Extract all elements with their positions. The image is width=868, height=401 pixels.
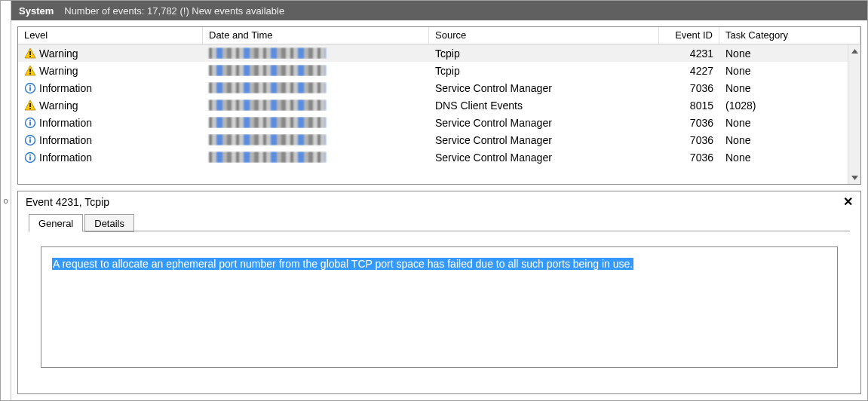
table-row[interactable]: InformationService Control Manager7036No… bbox=[18, 131, 848, 148]
warning-icon bbox=[24, 65, 36, 77]
svg-rect-0 bbox=[29, 51, 31, 55]
table-row[interactable]: InformationService Control Manager7036No… bbox=[18, 114, 848, 131]
cell-category: (1028) bbox=[719, 99, 848, 112]
cell-category: None bbox=[719, 82, 848, 94]
cell-eventid: 8015 bbox=[659, 99, 719, 112]
datetime-redacted bbox=[209, 117, 326, 128]
cell-datetime bbox=[203, 82, 429, 93]
svg-rect-7 bbox=[29, 103, 31, 107]
level-text: Warning bbox=[39, 47, 78, 60]
cell-level: Information bbox=[18, 82, 203, 94]
level-text: Information bbox=[39, 134, 92, 146]
table-row[interactable]: InformationService Control Manager7036No… bbox=[18, 79, 848, 96]
cell-category: None bbox=[719, 134, 848, 146]
svg-rect-5 bbox=[29, 87, 31, 90]
col-header-source[interactable]: Source bbox=[429, 27, 659, 44]
scroll-up-icon[interactable] bbox=[848, 44, 861, 57]
cell-level: Warning bbox=[18, 65, 203, 77]
svg-rect-17 bbox=[29, 154, 31, 155]
event-detail-pane: Event 4231, Tcpip ✕ General Details A re… bbox=[17, 191, 861, 394]
table-row[interactable]: WarningTcpip4227None bbox=[18, 62, 848, 79]
cell-source: Tcpip bbox=[429, 47, 659, 60]
svg-rect-11 bbox=[29, 119, 31, 121]
gutter-label: o bbox=[3, 197, 8, 205]
level-text: Warning bbox=[39, 65, 78, 77]
cell-source: Tcpip bbox=[429, 65, 659, 77]
tab-details[interactable]: Details bbox=[84, 214, 134, 232]
table-row[interactable]: WarningTcpip4231None bbox=[18, 44, 848, 62]
svg-rect-1 bbox=[29, 56, 31, 57]
grid-header[interactable]: Level Date and Time Source Event ID Task… bbox=[18, 27, 860, 44]
cell-level: Information bbox=[18, 117, 203, 129]
cell-category: None bbox=[719, 152, 848, 164]
datetime-redacted bbox=[209, 152, 326, 163]
datetime-redacted bbox=[209, 82, 326, 93]
datetime-redacted bbox=[209, 134, 326, 145]
information-icon bbox=[24, 152, 36, 164]
col-header-level[interactable]: Level bbox=[18, 27, 203, 44]
cell-datetime bbox=[203, 99, 429, 111]
cell-eventid: 7036 bbox=[659, 117, 719, 129]
cell-datetime bbox=[203, 47, 429, 59]
level-text: Information bbox=[39, 117, 92, 129]
cell-level: Warning bbox=[18, 99, 203, 112]
cell-eventid: 7036 bbox=[659, 152, 719, 164]
log-name: System bbox=[19, 5, 54, 17]
datetime-redacted bbox=[209, 65, 326, 76]
svg-rect-2 bbox=[29, 69, 31, 72]
close-icon[interactable]: ✕ bbox=[843, 196, 853, 208]
cell-datetime bbox=[203, 65, 429, 76]
svg-rect-8 bbox=[29, 108, 31, 109]
detail-title: Event 4231, Tcpip bbox=[26, 196, 109, 208]
col-header-eventid[interactable]: Event ID bbox=[659, 27, 719, 44]
col-header-datetime[interactable]: Date and Time bbox=[203, 27, 429, 44]
svg-rect-6 bbox=[29, 84, 31, 86]
information-icon bbox=[24, 134, 36, 146]
information-icon bbox=[24, 82, 36, 94]
cell-source: Service Control Manager bbox=[429, 82, 659, 94]
detail-message-box[interactable]: A request to allocate an ephemeral port … bbox=[41, 246, 838, 368]
left-gutter: o bbox=[1, 1, 11, 400]
cell-eventid: 7036 bbox=[659, 134, 719, 146]
detail-tabs: General Details bbox=[18, 211, 860, 231]
warning-icon bbox=[24, 99, 36, 112]
svg-rect-10 bbox=[29, 121, 31, 125]
table-row[interactable]: InformationService Control Manager7036No… bbox=[18, 148, 848, 166]
cell-datetime bbox=[203, 134, 429, 145]
cell-level: Information bbox=[18, 134, 203, 146]
svg-rect-14 bbox=[29, 136, 31, 138]
information-icon bbox=[24, 117, 36, 129]
cell-source: Service Control Manager bbox=[429, 117, 659, 129]
scroll-down-icon[interactable] bbox=[848, 171, 861, 184]
cell-level: Information bbox=[18, 152, 203, 164]
warning-icon bbox=[24, 47, 36, 60]
svg-rect-3 bbox=[29, 73, 31, 75]
cell-category: None bbox=[719, 47, 848, 60]
event-grid[interactable]: Level Date and Time Source Event ID Task… bbox=[17, 26, 861, 185]
level-text: Information bbox=[39, 152, 92, 164]
level-text: Information bbox=[39, 82, 92, 94]
cell-datetime bbox=[203, 152, 429, 163]
cell-category: None bbox=[719, 117, 848, 129]
col-header-category[interactable]: Task Category bbox=[719, 27, 860, 44]
cell-eventid: 4227 bbox=[659, 65, 719, 77]
cell-eventid: 7036 bbox=[659, 82, 719, 94]
cell-level: Warning bbox=[18, 47, 203, 60]
cell-datetime bbox=[203, 117, 429, 128]
event-count: Number of events: 17,782 (!) New events … bbox=[64, 5, 284, 17]
svg-rect-13 bbox=[29, 139, 31, 142]
cell-source: DNS Client Events bbox=[429, 99, 659, 112]
grid-scrollbar[interactable] bbox=[848, 44, 860, 184]
log-header-bar: System Number of events: 17,782 (!) New … bbox=[11, 1, 867, 20]
level-text: Warning bbox=[39, 99, 78, 112]
table-row[interactable]: WarningDNS Client Events8015(1028) bbox=[18, 96, 848, 114]
datetime-redacted bbox=[209, 99, 326, 111]
tab-general[interactable]: General bbox=[29, 214, 83, 232]
cell-category: None bbox=[719, 65, 848, 77]
cell-eventid: 4231 bbox=[659, 47, 719, 60]
cell-source: Service Control Manager bbox=[429, 134, 659, 146]
datetime-redacted bbox=[209, 47, 326, 59]
cell-source: Service Control Manager bbox=[429, 152, 659, 164]
svg-rect-16 bbox=[29, 156, 31, 160]
detail-message-text[interactable]: A request to allocate an ephemeral port … bbox=[52, 258, 633, 270]
